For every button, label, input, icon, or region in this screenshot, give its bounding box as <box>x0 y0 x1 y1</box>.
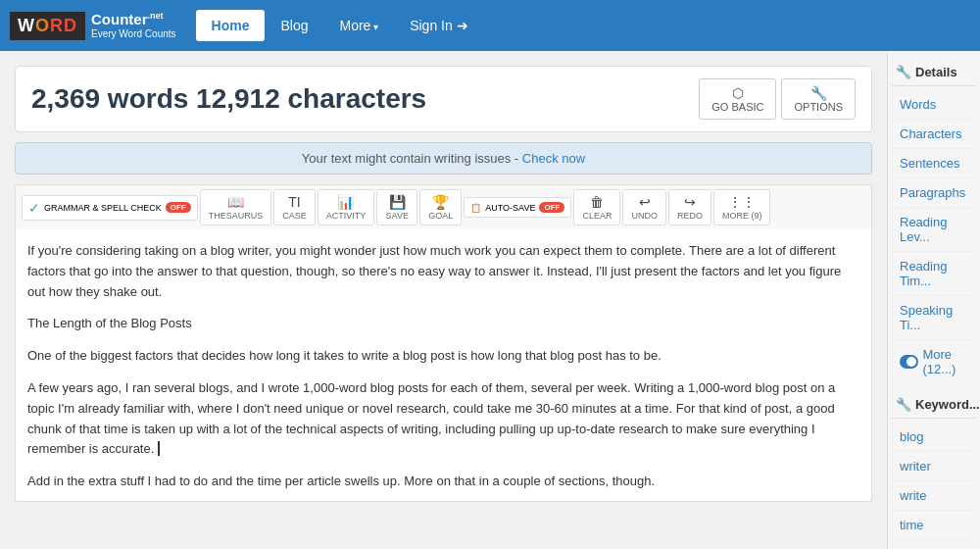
keyword-time[interactable]: time <box>892 511 976 540</box>
save-button[interactable]: 💾 SAVE <box>376 189 417 225</box>
undo-label: UNDO <box>631 211 658 221</box>
go-basic-icon: ⬡ <box>711 85 763 101</box>
more-button[interactable]: ⋮⋮ MORE (9) <box>713 189 771 225</box>
text-cursor <box>154 441 160 456</box>
grammar-toggle[interactable]: OFF <box>166 202 191 213</box>
redo-label: REDO <box>677 211 703 221</box>
thesaurus-icon: 📖 <box>227 194 244 210</box>
save-label: SAVE <box>386 211 409 221</box>
text-paragraph-1: If you're considering taking on a blog w… <box>27 241 859 302</box>
left-panel: 2,369 words 12,912 characters ⬡ GO BASIC… <box>0 51 887 549</box>
undo-button[interactable]: ↩ UNDO <box>622 189 666 225</box>
logo-box: WORD <box>10 12 85 40</box>
header: WORD Counter.net Every Word Counts Home … <box>0 0 980 51</box>
stats-bar: 2,369 words 12,912 characters ⬡ GO BASIC… <box>15 66 872 132</box>
text-paragraph-5: Add in the extra stuff I had to do and t… <box>27 472 859 492</box>
case-button[interactable]: TI CASE <box>273 189 316 225</box>
nav-blog[interactable]: Blog <box>265 10 323 41</box>
right-panel: 🔧 Details Words Characters Sentences Par… <box>887 51 980 549</box>
keyword-how[interactable]: how <box>892 540 976 549</box>
issues-text: Your text might contain writing issues - <box>302 151 522 166</box>
toggle-switch[interactable] <box>900 355 918 369</box>
toolbar: ✓ GRAMMAR & SPELL CHECK OFF 📖 THESAURUS … <box>15 184 872 229</box>
nav-more[interactable]: More <box>323 10 394 41</box>
char-count: 12,912 <box>196 83 280 114</box>
text-paragraph-2: The Length of the Blog Posts <box>27 314 859 334</box>
more-icon: ⋮⋮ <box>728 194 756 210</box>
options-icon: 🔧 <box>794 85 843 101</box>
keywords-section: 🔧 Keyword... blog writer write time how … <box>892 391 976 549</box>
sidebar-item-characters[interactable]: Characters <box>892 120 976 149</box>
text-editor[interactable]: If you're considering taking on a blog w… <box>15 229 872 502</box>
sidebar-item-reading-time[interactable]: Reading Tim... <box>892 252 976 296</box>
logo: WORD Counter.net Every Word Counts <box>10 11 176 40</box>
redo-button[interactable]: ↪ REDO <box>668 189 711 225</box>
clear-icon: 🗑 <box>590 194 604 210</box>
grammar-check-item[interactable]: ✓ GRAMMAR & SPELL CHECK OFF <box>22 195 198 221</box>
stats-buttons: ⬡ GO BASIC 🔧 OPTIONS <box>699 78 856 120</box>
keywords-icon: 🔧 <box>896 397 911 412</box>
keyword-write[interactable]: write <box>892 481 976 511</box>
text-paragraph-3: One of the biggest factors that decides … <box>27 346 859 367</box>
more-toggle[interactable]: More (12...) <box>892 340 976 383</box>
details-header: 🔧 Details <box>892 59 976 86</box>
check-now-link[interactable]: Check now <box>522 151 585 166</box>
go-basic-button[interactable]: ⬡ GO BASIC <box>699 78 776 120</box>
activity-label: ACTIVITY <box>326 211 367 221</box>
save-icon: 💾 <box>389 194 406 210</box>
sidebar-item-paragraphs[interactable]: Paragraphs <box>892 178 976 208</box>
thesaurus-button[interactable]: 📖 THESAURUS <box>200 189 272 225</box>
autosave-icon: 📋 <box>470 203 481 213</box>
keyword-blog[interactable]: blog <box>892 423 976 452</box>
options-button[interactable]: 🔧 OPTIONS <box>781 78 856 120</box>
clear-button[interactable]: 🗑 CLEAR <box>573 189 620 225</box>
issues-bar: Your text might contain writing issues -… <box>15 142 872 175</box>
more-toggle-label: More (12...) <box>922 347 968 376</box>
chars-label: characters <box>288 83 427 114</box>
check-icon: ✓ <box>28 200 40 216</box>
word-count: 2,369 <box>31 83 100 114</box>
nav-signin[interactable]: Sign In ➜ <box>394 10 483 41</box>
autosave-label: AUTO-SAVE <box>485 203 535 213</box>
thesaurus-label: THESAURUS <box>209 211 264 221</box>
logo-counter-text: Counter.net <box>91 11 176 28</box>
autosave-toggle[interactable]: OFF <box>539 202 564 213</box>
logo-subtitle: Counter.net Every Word Counts <box>91 11 176 40</box>
activity-icon: 📊 <box>337 194 354 210</box>
main-container: 2,369 words 12,912 characters ⬡ GO BASIC… <box>0 51 980 549</box>
clear-label: CLEAR <box>582 211 612 221</box>
undo-icon: ↩ <box>639 194 651 210</box>
case-icon: TI <box>288 194 300 210</box>
keywords-header: 🔧 Keyword... <box>892 391 976 419</box>
stats-count: 2,369 words 12,912 characters <box>31 83 426 115</box>
main-nav: Home Blog More Sign In ➜ <box>196 10 484 41</box>
details-icon: 🔧 <box>896 65 911 79</box>
more-label: MORE (9) <box>722 211 762 221</box>
sidebar-item-reading-level[interactable]: Reading Lev... <box>892 208 976 252</box>
activity-button[interactable]: 📊 ACTIVITY <box>318 189 375 225</box>
keyword-writer[interactable]: writer <box>892 452 976 481</box>
goal-button[interactable]: 🏆 GOAL <box>419 189 462 225</box>
sidebar-item-words[interactable]: Words <box>892 90 976 120</box>
autosave-item[interactable]: 📋 AUTO-SAVE OFF <box>464 197 571 218</box>
nav-home[interactable]: Home <box>196 10 266 41</box>
sidebar-item-sentences[interactable]: Sentences <box>892 149 976 178</box>
text-paragraph-4: A few years ago, I ran several blogs, an… <box>27 378 859 460</box>
logo-tagline: Every Word Counts <box>91 28 176 40</box>
sidebar-item-speaking-time[interactable]: Speaking Ti... <box>892 296 976 340</box>
goal-label: GOAL <box>428 211 453 221</box>
words-label: words <box>108 83 188 114</box>
right-panel-inner: 🔧 Details Words Characters Sentences Par… <box>888 51 980 549</box>
case-label: CASE <box>282 211 307 221</box>
grammar-label: GRAMMAR & SPELL CHECK <box>44 203 162 213</box>
goal-icon: 🏆 <box>432 194 449 210</box>
redo-icon: ↪ <box>684 194 696 210</box>
